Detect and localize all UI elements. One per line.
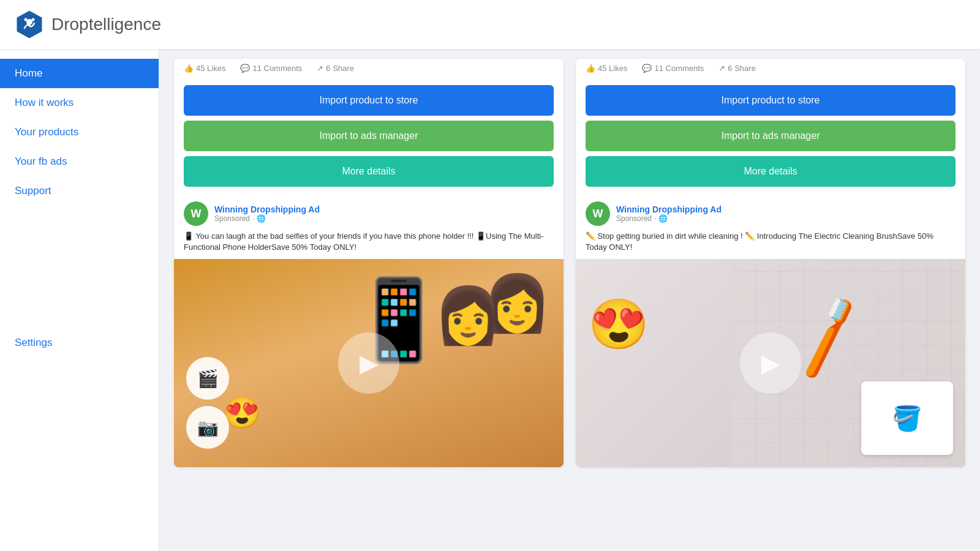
play-button-1[interactable]: ▶ [338, 332, 399, 394]
ad-avatar-2: W [586, 201, 610, 226]
product-card-1: 👍 45 Likes 💬 11 Comments ↗ 6 Share Impor… [174, 59, 564, 467]
ad-header-1: W Winning Dropshipping Ad Sponsored · 🌐 [174, 194, 564, 231]
ad-page-name-1: Winning Dropshipping Ad [214, 204, 320, 214]
play-button-2[interactable]: ▶ [740, 332, 801, 394]
sidebar-item-how-it-works[interactable]: How it works [0, 88, 159, 118]
circle-thumb-2: 🎬 [186, 357, 229, 400]
ad-avatar-1: W [184, 201, 208, 226]
shares-count-2: ↗ 6 Share [718, 64, 756, 73]
partial-stats-1: 👍 45 Likes 💬 11 Comments ↗ 6 Share [174, 59, 564, 78]
comments-count-2: 💬 11 Comments [642, 64, 704, 73]
partial-stats-2: 👍 45 Likes 💬 11 Comments ↗ 6 Share [576, 59, 965, 78]
sidebar-item-settings[interactable]: Settings [0, 328, 159, 358]
inset-product-image: 🪣 [861, 381, 953, 455]
sidebar-item-your-fb-ads[interactable]: Your fb ads [0, 147, 159, 176]
sidebar-item-your-products[interactable]: Your products [0, 118, 159, 147]
product-card-2: 👍 45 Likes 💬 11 Comments ↗ 6 Share Impor… [576, 59, 965, 467]
more-details-button-2[interactable]: More details [586, 156, 956, 187]
import-store-button-1[interactable]: Import product to store [184, 85, 554, 116]
layout: Home How it works Your products Your fb … [0, 49, 980, 551]
header: Droptelligence [0, 0, 980, 49]
svg-point-3 [32, 18, 35, 21]
ad-page-name-2: Winning Dropshipping Ad [616, 204, 722, 214]
logo-icon [15, 10, 44, 39]
ad-sponsored-2: Sponsored · 🌐 [616, 214, 722, 223]
card-1-buttons: Import product to store Import to ads ma… [174, 78, 564, 194]
card-2-buttons: Import product to store Import to ads ma… [576, 78, 965, 194]
import-ads-button-1[interactable]: Import to ads manager [184, 121, 554, 151]
logo-text: Droptelligence [51, 15, 161, 34]
sidebar-item-support[interactable]: Support [0, 176, 159, 206]
cards-grid: 👍 45 Likes 💬 11 Comments ↗ 6 Share Impor… [174, 59, 965, 467]
ad-image-2: 🪥 😍 🪣 ▶ [576, 259, 965, 467]
likes-count-2: 👍 45 Likes [586, 64, 627, 73]
ad-header-2: W Winning Dropshipping Ad Sponsored · 🌐 [576, 194, 965, 231]
logo-container: Droptelligence [15, 10, 161, 39]
globe-icon-1: 🌐 [257, 214, 266, 223]
shares-count-1: ↗ 6 Share [317, 64, 354, 73]
emoji-love-face: 😍 [588, 296, 649, 353]
ad-meta-1: Winning Dropshipping Ad Sponsored · 🌐 [214, 204, 320, 223]
ad-body-2: ✏️ Stop getting buried in dirt while cle… [576, 231, 965, 259]
more-details-button-1[interactable]: More details [184, 156, 554, 187]
likes-count-1: 👍 45 Likes [184, 64, 225, 73]
import-store-button-2[interactable]: Import product to store [586, 85, 956, 116]
sidebar: Home How it works Your products Your fb … [0, 49, 159, 551]
ad-sponsored-1: Sponsored · 🌐 [214, 214, 320, 223]
main-content: 👍 45 Likes 💬 11 Comments ↗ 6 Share Impor… [159, 49, 980, 551]
ad-body-1: 📱 You can laugh at the bad selfies of yo… [174, 231, 564, 259]
import-ads-button-2[interactable]: Import to ads manager [586, 121, 956, 151]
globe-icon-2: 🌐 [658, 214, 668, 223]
sidebar-item-home[interactable]: Home [0, 59, 159, 88]
ad-image-1: 📱 👩 👩 😍 🎬 📷 ▶ [174, 259, 564, 467]
comments-count-1: 💬 11 Comments [240, 64, 302, 73]
svg-point-2 [24, 18, 28, 21]
circle-thumb-1: 📷 [186, 406, 229, 449]
ad-meta-2: Winning Dropshipping Ad Sponsored · 🌐 [616, 204, 722, 223]
